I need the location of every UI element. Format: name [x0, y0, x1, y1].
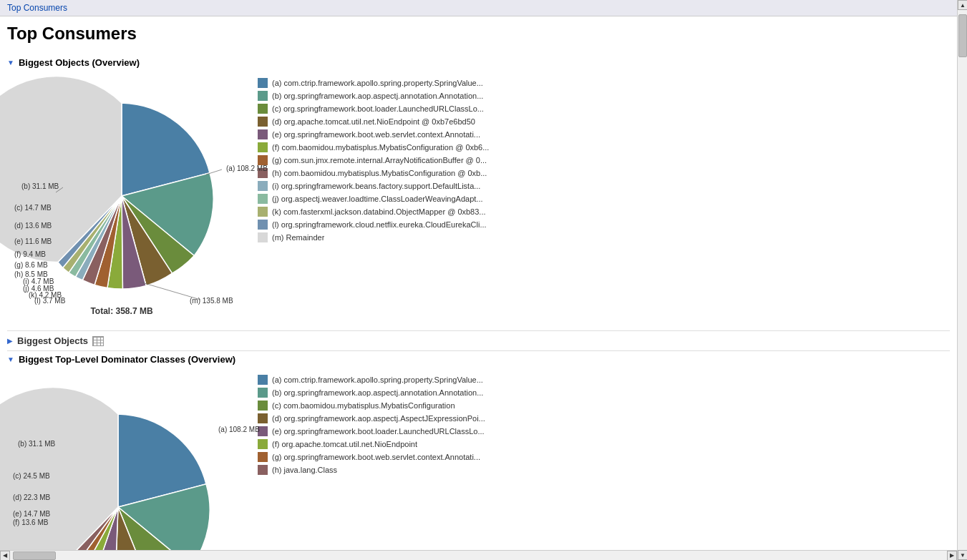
legend-color-swatch [258, 207, 268, 217]
legend-text: (i) org.springframework.beans.factory.su… [272, 182, 480, 190]
legend-item: (c) org.springframework.boot.loader.Laun… [258, 104, 950, 114]
pie3-label-a: (a) 108.2 MB [218, 426, 260, 433]
scroll-down-arrow[interactable]: ▼ [958, 550, 967, 551]
legend-color-swatch [258, 181, 268, 191]
pie-label-g: (g) 8.6 MB [14, 261, 48, 269]
legend-color-swatch [258, 388, 268, 398]
pie-label-e: (e) 11.6 MB [14, 237, 52, 245]
section1-title: Biggest Objects (Overview) [19, 57, 140, 68]
pie-label-c: (c) 14.7 MB [14, 204, 52, 212]
legend-text: (d) org.apache.tomcat.util.net.NioEndpoi… [272, 117, 475, 126]
legend-color-swatch [258, 155, 268, 165]
legend-color-swatch [258, 91, 268, 101]
section2-title: Biggest Objects [17, 335, 88, 346]
legend-text: (a) com.ctrip.framework.apollo.spring.pr… [272, 375, 483, 384]
legend-text: (g) com.sun.jmx.remote.internal.ArrayNot… [272, 156, 487, 164]
section1-chart: (a) 108.2 MB (b) 31.1 MB (c) 14.7 MB (d)… [7, 78, 236, 316]
pie-label-m: (m) 135.8 MB [190, 297, 233, 305]
scroll-up-arrow[interactable]: ▲ [958, 0, 967, 10]
legend-text: (h) java.lang.Class [272, 466, 337, 474]
legend-color-swatch [258, 104, 268, 114]
legend-item: (d) org.springframework.aop.aspectj.Aspe… [258, 413, 950, 423]
legend-item: (e) org.springframework.boot.loader.Laun… [258, 426, 950, 436]
section3-chevron: ▼ [7, 355, 14, 363]
legend-item: (a) com.ctrip.framework.apollo.spring.pr… [258, 78, 950, 88]
pie3-label-b: (b) 31.1 MB [18, 440, 56, 448]
breadcrumb-link[interactable]: Top Consumers [7, 3, 67, 13]
legend-item: (e) org.springframework.boot.web.servlet… [258, 129, 950, 139]
legend-text: (c) org.springframework.boot.loader.Laun… [272, 104, 484, 113]
legend-item: (g) org.springframework.boot.web.servlet… [258, 452, 950, 462]
legend-color-swatch [258, 413, 268, 423]
legend-text: (k) com.fasterxml.jackson.databind.Objec… [272, 207, 486, 216]
section1-chevron: ▼ [7, 59, 14, 67]
legend-item: (m) Remainder [258, 232, 950, 242]
legend-item: (f) org.apache.tomcat.util.net.NioEndpoi… [258, 439, 950, 449]
pie3-label-d: (d) 22.3 MB [13, 493, 51, 501]
legend-text: (e) org.springframework.boot.loader.Laun… [272, 427, 485, 436]
vertical-scrollbar[interactable]: ▲ ▼ [957, 0, 967, 551]
legend-color-swatch [258, 117, 268, 127]
legend-text: (b) org.springframework.aop.aspectj.anno… [272, 388, 483, 397]
legend-color-swatch [258, 220, 268, 230]
legend-color-swatch [258, 194, 268, 204]
legend-item: (i) org.springframework.beans.factory.su… [258, 181, 950, 191]
svg-line-2 [140, 282, 200, 300]
section1-legend: (a) com.ctrip.framework.apollo.spring.pr… [258, 78, 950, 245]
legend-item: (g) com.sun.jmx.remote.internal.ArrayNot… [258, 155, 950, 165]
legend-item: (h) com.baomidou.mybatisplus.MybatisConf… [258, 168, 950, 178]
legend-item: (c) com.baomidou.mybatisplus.MybatisConf… [258, 401, 950, 411]
section3-title: Biggest Top-Level Dominator Classes (Ove… [19, 354, 235, 365]
section1-header[interactable]: ▼ Biggest Objects (Overview) [0, 54, 957, 71]
legend-color-swatch [258, 129, 268, 139]
section1-chart-total: Total: 358.7 MB [7, 306, 236, 316]
section2-chevron: ▶ [7, 337, 13, 345]
page-title: Top Consumers [0, 16, 957, 54]
table-icon[interactable] [92, 336, 104, 346]
scroll-right-arrow[interactable]: ▶ [947, 551, 957, 552]
pie-label-l: (l) 3.7 MB [34, 297, 66, 305]
legend-item: (l) org.springframework.cloud.netflix.eu… [258, 220, 950, 230]
legend-color-swatch [258, 232, 268, 242]
legend-text: (m) Remainder [272, 233, 324, 242]
section3-pie: (a) 108.2 MB (b) 31.1 MB (c) 24.5 MB (d)… [7, 375, 236, 525]
legend-text: (f) org.apache.tomcat.util.net.NioEndpoi… [272, 440, 417, 448]
legend-item: (k) com.fasterxml.jackson.databind.Objec… [258, 207, 950, 217]
legend-text: (a) com.ctrip.framework.apollo.spring.pr… [272, 79, 483, 87]
section3-header[interactable]: ▼ Biggest Top-Level Dominator Classes (O… [0, 351, 957, 368]
scroll-thumb-v[interactable] [958, 14, 967, 57]
legend-color-swatch [258, 375, 268, 385]
scroll-thumb-h[interactable] [13, 551, 56, 552]
section3-legend: (a) com.ctrip.framework.apollo.spring.pr… [258, 375, 950, 478]
legend-text: (h) com.baomidou.mybatisplus.MybatisConf… [272, 169, 487, 177]
section3-content: (a) 108.2 MB (b) 31.1 MB (c) 24.5 MB (d)… [0, 368, 957, 541]
horizontal-scrollbar[interactable]: ◀ ▶ [0, 550, 957, 551]
legend-text: (c) com.baomidou.mybatisplus.MybatisConf… [272, 401, 455, 410]
legend-item: (j) org.aspectj.weaver.loadtime.ClassLoa… [258, 194, 950, 204]
pie-label-b: (b) 31.1 MB [21, 182, 59, 190]
pie-label-a: (a) 108.2 MB [226, 164, 268, 172]
legend-text: (d) org.springframework.aop.aspectj.Aspe… [272, 414, 485, 423]
breadcrumb: Top Consumers [0, 0, 957, 16]
legend-color-swatch [258, 465, 268, 475]
section2-header[interactable]: ▶ Biggest Objects [0, 331, 957, 350]
legend-text: (g) org.springframework.boot.web.servlet… [272, 453, 480, 461]
legend-color-swatch [258, 439, 268, 449]
section3-chart: (a) 108.2 MB (b) 31.1 MB (c) 24.5 MB (d)… [7, 375, 236, 527]
section1-pie: (a) 108.2 MB (b) 31.1 MB (c) 14.7 MB (d)… [7, 78, 236, 300]
legend-item: (f) com.baomidou.mybatisplus.MybatisConf… [258, 142, 950, 152]
scroll-left-arrow[interactable]: ◀ [0, 551, 10, 552]
legend-item: (h) java.lang.Class [258, 465, 950, 475]
pie-label-f: (f) 9.4 MB [14, 250, 46, 258]
legend-item: (a) com.ctrip.framework.apollo.spring.pr… [258, 375, 950, 385]
legend-text: (e) org.springframework.boot.web.servlet… [272, 130, 480, 139]
legend-text: (b) org.springframework.aop.aspectj.anno… [272, 92, 483, 100]
legend-item: (b) org.springframework.aop.aspectj.anno… [258, 388, 950, 398]
legend-text: (f) com.baomidou.mybatisplus.MybatisConf… [272, 143, 489, 152]
pie3-label-e: (e) 14.7 MB [13, 510, 51, 518]
section1-content: (a) 108.2 MB (b) 31.1 MB (c) 14.7 MB (d)… [0, 71, 957, 330]
legend-color-swatch [258, 142, 268, 152]
legend-color-swatch [258, 401, 268, 411]
pie3-label-c: (c) 24.5 MB [13, 472, 50, 480]
legend-text: (l) org.springframework.cloud.netflix.eu… [272, 220, 487, 229]
